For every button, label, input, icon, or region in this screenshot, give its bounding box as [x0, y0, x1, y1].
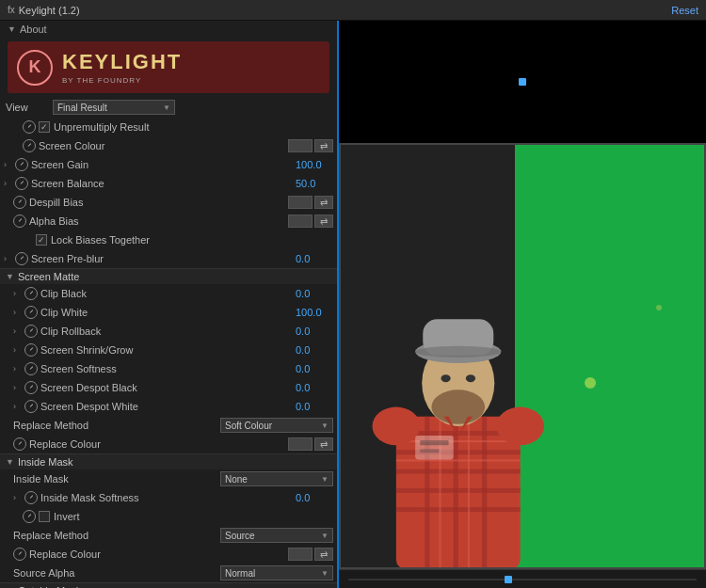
clock-icon[interactable]	[15, 177, 28, 190]
clock-icon[interactable]	[23, 120, 36, 134]
screen-preblur-label: Screen Pre-blur	[31, 253, 292, 264]
view-dropdown[interactable]: Final Result ▼	[53, 100, 175, 115]
despill-bias-arrows[interactable]: ⇄	[314, 196, 333, 209]
inside-mask-softness-value: 0.0	[296, 492, 333, 503]
fx-label: fx	[8, 5, 15, 15]
invert-row: Invert	[0, 507, 337, 526]
replace-method-dropdown[interactable]: Soft Colour ▼	[220, 418, 333, 433]
clock-icon[interactable]	[13, 196, 26, 209]
expand-icon[interactable]: ›	[13, 383, 24, 392]
screen-despot-white-value: 0.0	[296, 401, 333, 412]
preview-main	[339, 143, 706, 569]
clip-rollback-value: 0.0	[296, 326, 333, 337]
replace-method-row: Replace Method Soft Colour ▼	[0, 416, 337, 435]
clock-icon[interactable]	[13, 215, 26, 228]
invert-checkbox[interactable]	[39, 511, 50, 522]
expand-icon[interactable]: ›	[13, 326, 24, 336]
clock-icon[interactable]	[24, 306, 38, 319]
clock-icon[interactable]	[24, 343, 38, 357]
inside-mask-dropdown[interactable]: None ▼	[220, 471, 333, 486]
clock-icon[interactable]	[24, 491, 38, 504]
unpremultiply-label: Unpremultiply Result	[54, 121, 333, 133]
timeline-playhead[interactable]	[505, 576, 512, 583]
clock-icon[interactable]	[24, 362, 38, 375]
lock-biases-checkbox[interactable]	[36, 234, 47, 246]
svg-point-19	[441, 374, 450, 382]
clock-icon[interactable]	[24, 381, 38, 394]
expand-icon[interactable]: ›	[4, 254, 15, 263]
screen-colour-swatch[interactable]	[288, 139, 313, 152]
about-section[interactable]: ▼ About	[0, 21, 337, 38]
replace-colour-arrows[interactable]: ⇄	[314, 437, 333, 451]
expand-icon[interactable]: ›	[13, 402, 24, 411]
person-svg	[339, 143, 578, 569]
screen-colour-arrows[interactable]: ⇄	[314, 139, 333, 152]
clock-icon[interactable]	[24, 325, 38, 338]
inside-mask-section[interactable]: ▼ Inside Mask	[0, 453, 337, 469]
replace-colour-label: Replace Colour	[29, 438, 288, 450]
screen-colour-label: Screen Colour	[39, 140, 288, 151]
svg-point-20	[466, 374, 475, 382]
despill-bias-label: Despill Bias	[29, 197, 288, 208]
expand-icon[interactable]: ›	[13, 289, 24, 298]
unpremultiply-checkbox[interactable]	[39, 121, 50, 133]
outside-mask-section[interactable]: ▼ Outside Mask	[0, 582, 337, 588]
replace-colour-row: Replace Colour ⇄	[0, 435, 337, 453]
replace-method-value: Soft Colour	[225, 421, 272, 431]
svg-rect-9	[396, 440, 521, 442]
keylight-subtitle: BY THE FOUNDRY	[62, 76, 182, 85]
screen-despot-black-label: Screen Despot Black	[40, 382, 292, 393]
replace-colour2-row: Replace Colour ⇄	[0, 545, 337, 564]
clock-icon[interactable]	[15, 158, 28, 171]
clock-icon[interactable]	[24, 400, 38, 413]
reset-button[interactable]: Reset	[671, 5, 698, 16]
clock-icon[interactable]	[13, 548, 26, 561]
despill-bias-swatch[interactable]	[288, 196, 313, 209]
clock-icon[interactable]	[23, 139, 36, 152]
expand-icon[interactable]: ›	[4, 160, 15, 169]
chevron-down-icon: ▼	[6, 457, 14, 467]
replace-method2-value: Source	[225, 531, 255, 541]
svg-point-18	[415, 346, 501, 358]
inside-mask-value: None	[225, 474, 248, 485]
clip-white-label: Clip White	[40, 307, 292, 318]
alpha-bias-swatch[interactable]	[288, 215, 313, 228]
expand-icon[interactable]: ›	[13, 364, 24, 373]
source-alpha-label: Source Alpha	[13, 567, 220, 579]
left-panel: ▼ About K KEYLIGHT BY THE FOUNDRY View F…	[0, 21, 339, 588]
clip-black-label: Clip Black	[40, 288, 292, 299]
screen-shrinkgrow-row: › Screen Shrink/Grow 0.0	[0, 341, 337, 359]
screen-despot-black-row: › Screen Despot Black 0.0	[0, 378, 337, 397]
replace-colour2-arrows[interactable]: ⇄	[314, 548, 333, 561]
screen-preblur-value: 0.0	[296, 253, 333, 264]
screen-gain-label: Screen Gain	[31, 159, 292, 170]
expand-icon[interactable]: ›	[13, 308, 24, 317]
clip-black-value: 0.0	[296, 288, 333, 299]
top-bar: fx Keylight (1.2) Reset	[0, 0, 706, 21]
timeline-bar[interactable]	[339, 569, 706, 588]
screen-balance-row: › Screen Balance 50.0	[0, 174, 337, 193]
chevron-down-icon: ▼	[163, 103, 170, 112]
clock-icon[interactable]	[13, 437, 26, 451]
keylight-title: KEYLIGHT	[62, 50, 182, 74]
expand-icon[interactable]: ›	[4, 179, 15, 188]
clock-icon[interactable]	[23, 510, 36, 523]
expand-icon[interactable]: ›	[13, 493, 24, 502]
svg-rect-10	[396, 459, 521, 461]
screen-gain-value: 100.0	[296, 159, 333, 170]
unpremultiply-row: Unpremultiply Result	[0, 118, 337, 136]
replace-colour2-swatch[interactable]	[288, 548, 313, 561]
expand-icon[interactable]: ›	[13, 345, 24, 355]
screen-balance-label: Screen Balance	[31, 178, 292, 189]
chevron-down-icon: ▼	[321, 569, 329, 578]
replace-colour-swatch[interactable]	[288, 437, 313, 451]
clock-icon[interactable]	[24, 287, 38, 300]
replace-method2-dropdown[interactable]: Source ▼	[220, 528, 333, 543]
clock-icon[interactable]	[15, 252, 28, 265]
chevron-down-icon: ▼	[321, 475, 329, 484]
source-alpha-dropdown[interactable]: Normal ▼	[220, 565, 333, 580]
alpha-bias-arrows[interactable]: ⇄	[314, 215, 333, 228]
preview-top	[339, 21, 706, 143]
screen-matte-section[interactable]: ▼ Screen Matte	[0, 268, 337, 284]
chevron-down-icon: ▼	[321, 532, 329, 540]
